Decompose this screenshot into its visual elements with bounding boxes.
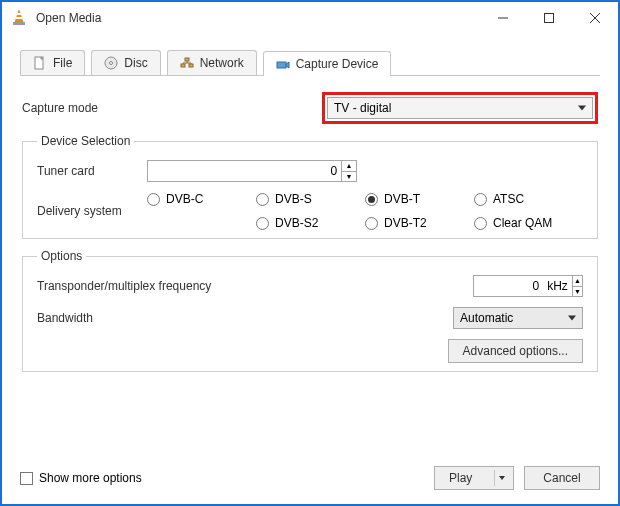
delivery-system-label: Delivery system: [37, 204, 147, 218]
radio-circle: [365, 193, 378, 206]
titlebar: Open Media: [2, 2, 618, 34]
advanced-row: Advanced options...: [37, 339, 583, 363]
svg-rect-3: [13, 22, 25, 25]
radio-dvbs[interactable]: DVB-S: [256, 192, 365, 206]
frequency-unit: kHz: [547, 279, 572, 293]
play-button[interactable]: Play: [434, 466, 514, 490]
radio-dvbs2[interactable]: DVB-S2: [256, 216, 365, 230]
svg-rect-2: [16, 17, 22, 19]
capture-icon: [276, 57, 290, 71]
window-title: Open Media: [36, 11, 480, 25]
footer: Show more options Play Cancel: [20, 466, 600, 490]
minimize-button[interactable]: [480, 2, 526, 34]
radio-clearqam[interactable]: Clear QAM: [474, 216, 583, 230]
frequency-spinner[interactable]: ▲▼: [572, 276, 582, 296]
window-controls: [480, 2, 618, 34]
svg-point-11: [110, 62, 113, 65]
tab-capture-device[interactable]: Capture Device: [263, 51, 392, 76]
tuner-card-input[interactable]: ▲▼: [147, 160, 357, 182]
radio-label: DVB-S2: [275, 216, 318, 230]
options-group: Options Transponder/multiplex frequency …: [22, 249, 598, 372]
radio-circle: [365, 217, 378, 230]
svg-rect-5: [545, 14, 554, 23]
radio-circle: [256, 193, 269, 206]
options-legend: Options: [37, 249, 86, 263]
delivery-radio-grid: DVB-C DVB-S DVB-T ATSC DVB-S2 DVB-T2 Cle…: [147, 192, 583, 230]
radio-label: ATSC: [493, 192, 524, 206]
svg-rect-1: [17, 13, 21, 15]
tabs: File Disc Network Capture Device: [20, 50, 600, 76]
content: File Disc Network Capture Device Capture…: [2, 34, 618, 372]
tuner-card-field[interactable]: [148, 161, 341, 181]
capture-mode-select[interactable]: TV - digital: [327, 97, 593, 119]
bandwidth-select[interactable]: Automatic: [453, 307, 583, 329]
svg-rect-13: [189, 64, 193, 67]
tuner-card-row: Tuner card ▲▼: [37, 160, 583, 182]
tab-network-label: Network: [200, 56, 244, 70]
advanced-options-button[interactable]: Advanced options...: [448, 339, 583, 363]
radio-label: Clear QAM: [493, 216, 552, 230]
bandwidth-label: Bandwidth: [37, 311, 453, 325]
tab-file-label: File: [53, 56, 72, 70]
radio-label: DVB-C: [166, 192, 203, 206]
disc-icon: [104, 56, 118, 70]
radio-circle: [474, 193, 487, 206]
radio-label: DVB-T: [384, 192, 420, 206]
device-selection-group: Device Selection Tuner card ▲▼ Delivery …: [22, 134, 598, 239]
radio-label: DVB-S: [275, 192, 312, 206]
bandwidth-value: Automatic: [460, 311, 513, 325]
close-button[interactable]: [572, 2, 618, 34]
tab-body: Capture mode TV - digital Device Selecti…: [20, 76, 600, 372]
radio-label: DVB-T2: [384, 216, 427, 230]
radio-atsc[interactable]: ATSC: [474, 192, 583, 206]
tab-file[interactable]: File: [20, 50, 85, 75]
svg-rect-14: [185, 58, 189, 61]
frequency-field[interactable]: [474, 276, 543, 296]
show-more-label: Show more options: [39, 471, 142, 485]
device-selection-legend: Device Selection: [37, 134, 134, 148]
radio-circle: [474, 217, 487, 230]
tab-disc[interactable]: Disc: [91, 50, 160, 75]
radio-circle: [256, 217, 269, 230]
tab-network[interactable]: Network: [167, 50, 257, 75]
capture-mode-value: TV - digital: [334, 101, 391, 115]
bandwidth-row: Bandwidth Automatic: [37, 307, 583, 329]
radio-dvbc[interactable]: DVB-C: [147, 192, 256, 206]
capture-mode-highlight: TV - digital: [322, 92, 598, 124]
radio-dvbt2[interactable]: DVB-T2: [365, 216, 474, 230]
svg-marker-0: [15, 10, 23, 22]
tab-disc-label: Disc: [124, 56, 147, 70]
vlc-icon: [10, 9, 28, 27]
show-more-checkbox[interactable]: [20, 472, 33, 485]
open-media-window: Open Media File Disc Network Capture Dev: [0, 0, 620, 506]
frequency-row: Transponder/multiplex frequency kHz ▲▼: [37, 275, 583, 297]
radio-circle: [147, 193, 160, 206]
cancel-button[interactable]: Cancel: [524, 466, 600, 490]
frequency-input[interactable]: kHz ▲▼: [473, 275, 583, 297]
delivery-system-row: Delivery system DVB-C DVB-S DVB-T ATSC D…: [37, 192, 583, 230]
file-icon: [33, 56, 47, 70]
tuner-card-label: Tuner card: [37, 164, 147, 178]
capture-mode-label: Capture mode: [22, 101, 322, 115]
svg-rect-12: [181, 64, 185, 67]
maximize-button[interactable]: [526, 2, 572, 34]
tab-capture-label: Capture Device: [296, 57, 379, 71]
tuner-card-spinner[interactable]: ▲▼: [341, 161, 356, 181]
network-icon: [180, 56, 194, 70]
radio-dvbt[interactable]: DVB-T: [365, 192, 474, 206]
frequency-label: Transponder/multiplex frequency: [37, 279, 473, 293]
svg-rect-15: [277, 62, 286, 68]
capture-mode-row: Capture mode TV - digital: [22, 92, 598, 124]
